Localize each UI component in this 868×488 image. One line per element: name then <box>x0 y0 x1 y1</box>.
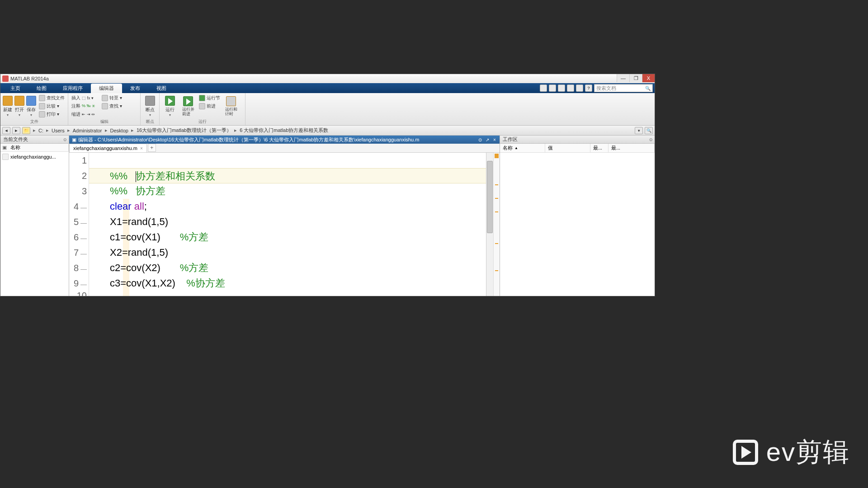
search-docs-input[interactable]: 搜索文档 🔍 <box>594 84 653 92</box>
run-button[interactable]: 运行▾ <box>161 94 179 118</box>
editor-dropdown-icon[interactable]: ⊙ <box>477 136 483 143</box>
workspace-title: 工作区 <box>503 136 518 143</box>
run-advance-button[interactable]: 运行并 前进 <box>179 94 197 118</box>
ribbon-group-edit: 插入 ⬚ fx ▾ 注释 % ‰ ⚹ 缩进 ⇤ ⇥ ⇔ 转至 ▾ 查找 ▾ 编辑 <box>68 93 141 125</box>
crumb-desktop[interactable]: Desktop <box>110 128 128 133</box>
warning-marker[interactable] <box>495 243 498 244</box>
nav-fwd-button[interactable]: ► <box>12 127 20 134</box>
open-button[interactable]: 打开▾ <box>14 94 25 118</box>
qa-btn-3[interactable] <box>558 84 565 92</box>
close-button[interactable]: X <box>642 74 655 82</box>
indent-button[interactable]: 缩进 ⇤ ⇥ ⇔ <box>70 110 97 118</box>
line-numbers: 1 2 3 4 5 6 7 8 9 10 <box>69 153 89 296</box>
nav-up-button[interactable]: 📁 <box>22 127 30 134</box>
code-line-3: %% 协方差 <box>89 183 486 199</box>
maximize-button[interactable]: ❐ <box>629 74 642 82</box>
qa-btn-4[interactable] <box>567 84 574 92</box>
workspace-collapse-icon[interactable]: ⊙ <box>649 137 653 142</box>
code-area[interactable]: %% 协方差和相关系数 %% 协方差 clear all; X1=rand(1,… <box>89 153 486 296</box>
editor-undock-icon[interactable]: ↗ <box>484 136 491 143</box>
ws-col-value[interactable]: 值 <box>545 144 590 152</box>
ws-col-max[interactable]: 最... <box>609 144 655 152</box>
run-section-button[interactable]: 运行节 <box>198 94 222 102</box>
goto-button[interactable]: 转至 ▾ <box>100 94 123 102</box>
code-line-5: X1=rand(1,5) <box>89 214 486 230</box>
tab-plots[interactable]: 绘图 <box>28 84 55 93</box>
window-title: MATLAB R2014a <box>10 76 49 81</box>
warning-marker[interactable] <box>495 270 498 271</box>
marker-summary[interactable] <box>495 154 499 158</box>
insert-button[interactable]: 插入 ⬚ fx ▾ <box>70 94 97 102</box>
ws-col-min[interactable]: 最... <box>590 144 609 152</box>
breakpoint-button[interactable]: 断点▾ <box>142 94 157 118</box>
editor-icon: ▣ <box>72 137 76 143</box>
qa-btn-5[interactable] <box>576 84 583 92</box>
code-line-1 <box>89 153 486 168</box>
current-folder-title: 当前文件夹 <box>3 136 28 143</box>
workspace-panel: 工作区 ⊙ 名称 ▲ 值 最... 最... <box>500 136 655 296</box>
body-layout: 当前文件夹 ⊙ ▣ 名称 xiefangchaxianggu... ▣ 编辑器 … <box>0 136 655 296</box>
ws-col-name[interactable]: 名称 ▲ <box>500 144 545 152</box>
crumb-lesson[interactable]: 6 大仙带你入门matlab协方差和相关系数 <box>240 127 328 134</box>
new-button[interactable]: 新建▾ <box>2 94 13 118</box>
edit-group-label: 编辑 <box>68 119 140 125</box>
advance-button[interactable]: 前进 <box>198 102 222 110</box>
add-tab-button[interactable]: + <box>148 144 156 152</box>
tab-apps[interactable]: 应用程序 <box>55 84 91 93</box>
compare-button[interactable]: 比较 ▾ <box>38 102 66 110</box>
folder-columns: ▣ 名称 <box>0 144 69 152</box>
watermark-text: ev剪辑 <box>766 435 850 470</box>
tab-publish[interactable]: 发布 <box>122 84 148 93</box>
comment-button[interactable]: 注释 % ‰ ⚹ <box>70 102 97 110</box>
ribbon-group-file: 新建▾ 打开▾ 保存▾ 查找文件 比较 ▾ 打印 ▾ 文件 <box>0 93 68 125</box>
tab-home[interactable]: 主页 <box>2 84 28 93</box>
editor-close-icon[interactable]: × <box>491 136 498 143</box>
bp-group-label: 断点 <box>141 119 159 125</box>
minimize-button[interactable]: — <box>617 74 629 82</box>
file-tab-active[interactable]: xiefangchaxiangguanxishu.m × <box>69 144 147 152</box>
code-marker-strip <box>493 153 500 296</box>
find-button[interactable]: 查找 ▾ <box>100 102 123 110</box>
workspace-content <box>500 153 655 296</box>
qa-btn-1[interactable] <box>540 84 547 92</box>
tab-view[interactable]: 视图 <box>148 84 175 93</box>
tab-editor[interactable]: 编辑器 <box>91 84 122 93</box>
nav-back-button[interactable]: ◄ <box>2 127 10 134</box>
ribbon-group-run: 运行▾ 运行并 前进 运行节 前进 运行和 计时 运行 <box>160 93 245 125</box>
crumb-drive[interactable]: C: <box>38 128 43 133</box>
file-tabs: xiefangchaxiangguanxishu.m × + <box>69 144 500 153</box>
find-files-button[interactable]: 查找文件 <box>38 94 66 102</box>
tab-filename: xiefangchaxiangguanxishu.m <box>73 145 137 151</box>
video-watermark: ev剪辑 <box>733 435 850 470</box>
run-time-button[interactable]: 运行和 计时 <box>222 94 240 118</box>
warning-marker[interactable] <box>495 184 498 185</box>
mfile-icon <box>2 154 9 160</box>
name-column[interactable]: 名称 <box>9 144 69 151</box>
current-folder-header: 当前文件夹 ⊙ <box>0 136 69 144</box>
qa-btn-2[interactable] <box>549 84 556 92</box>
run-group-label: 运行 <box>160 119 245 125</box>
warning-marker[interactable] <box>495 198 498 199</box>
code-line-2: %% 协方差和相关系数 <box>89 168 486 183</box>
panel-collapse-icon[interactable]: ⊙ <box>63 137 67 142</box>
nav-search-icon[interactable]: 🔍 <box>645 127 653 134</box>
crumb-admin[interactable]: Administrator <box>73 128 102 133</box>
file-item[interactable]: xiefangchaxianggu... <box>2 153 67 161</box>
print-button[interactable]: 打印 ▾ <box>38 110 66 118</box>
address-bar: ◄ ► 📁 ▸ C: ▸ Users ▸ Administrator ▸ Des… <box>0 126 655 136</box>
code-line-7: X2=rand(1,5) <box>89 245 486 260</box>
nav-dropdown[interactable]: ▾ <box>635 127 643 134</box>
editor-title-text: 编辑器 - C:\Users\Administrator\Desktop\16大… <box>78 136 419 143</box>
scrollbar-thumb[interactable] <box>487 161 493 233</box>
code-editor[interactable]: 1 2 3 4 5 6 7 8 9 10 %% 协方差和相关系数 %% 协方差 <box>69 153 500 296</box>
save-button[interactable]: 保存▾ <box>26 94 37 118</box>
crumb-course[interactable]: 16大仙带你入门matlab数理统计（第一季） <box>137 127 231 134</box>
ribbon-group-breakpoint: 断点▾ 断点 <box>141 93 160 125</box>
fold-icon[interactable]: ▣ <box>0 145 9 150</box>
crumb-users[interactable]: Users <box>52 128 65 133</box>
editor-scrollbar[interactable] <box>486 153 493 296</box>
tab-close-icon[interactable]: × <box>140 146 143 151</box>
code-line-4: clear all; <box>89 199 486 214</box>
help-button[interactable]: ? <box>585 84 592 92</box>
warning-marker[interactable] <box>495 211 498 212</box>
